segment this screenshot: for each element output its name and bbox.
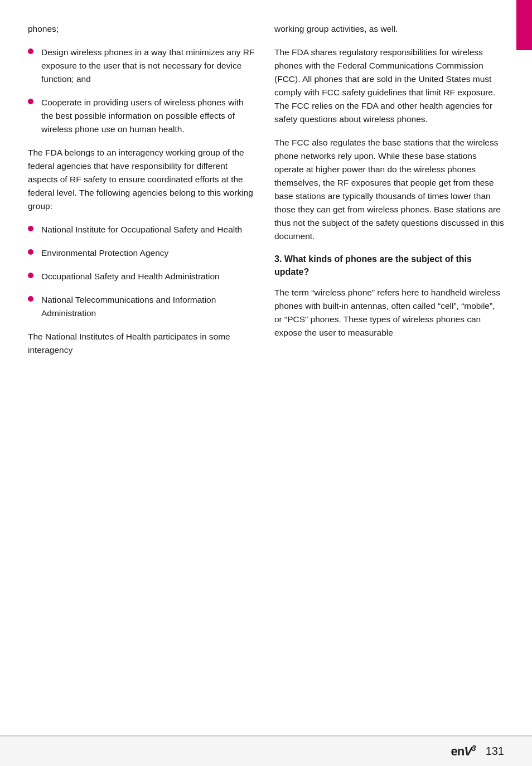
section-heading: 3. What kinds of phones are the subject …	[274, 253, 504, 278]
national-institutes-paragraph: The National Institutes of Health partic…	[28, 330, 258, 357]
page-number: 131	[486, 745, 504, 758]
bullet-dot-icon	[28, 273, 33, 278]
bullet-dot-icon	[28, 49, 33, 54]
footer-content: enV3 131	[451, 744, 504, 759]
right-column: working group activities, as well. The F…	[274, 22, 504, 357]
content-area: phones; Design wireless phones in a way …	[0, 0, 532, 379]
bullet-text: National Institute for Occupational Safe…	[41, 223, 258, 236]
bullet-text: Occupational Safety and Health Administr…	[41, 270, 258, 283]
fda-regulatory-paragraph: The FDA shares regulatory responsibiliti…	[274, 46, 504, 126]
bullet-text: Cooperate in providing users of wireless…	[41, 96, 258, 136]
list-item: Cooperate in providing users of wireless…	[28, 96, 258, 136]
list-item: National Telecommunications and Informat…	[28, 293, 258, 320]
phones-intro-text: phones;	[28, 22, 258, 36]
list-item: Environmental Protection Agency	[28, 246, 258, 260]
bullet-text: National Telecommunications and Informat…	[41, 293, 258, 320]
bullet-dot-icon	[28, 296, 33, 302]
footer-logo: enV3	[451, 744, 475, 759]
bullet-dot-icon	[28, 99, 33, 104]
page-container: phones; Design wireless phones in a way …	[0, 0, 532, 766]
first-bullet-list: Design wireless phones in a way that min…	[28, 46, 258, 136]
bullet-dot-icon	[28, 226, 33, 231]
bullet-text: Environmental Protection Agency	[41, 246, 258, 260]
list-item: Design wireless phones in a way that min…	[28, 46, 258, 86]
list-item: National Institute for Occupational Safe…	[28, 223, 258, 236]
page-footer: enV3 131	[0, 735, 532, 766]
agency-bullet-list: National Institute for Occupational Safe…	[28, 223, 258, 320]
bookmark-tab	[516, 0, 532, 50]
working-group-text: working group activities, as well.	[274, 22, 504, 36]
fcc-base-stations-paragraph: The FCC also regulates the base stations…	[274, 136, 504, 243]
logo-superscript: 3	[472, 744, 476, 753]
logo-en-text: en	[451, 744, 464, 758]
wireless-phone-paragraph: The term “wireless phone” refers here to…	[274, 286, 504, 340]
left-column: phones; Design wireless phones in a way …	[28, 22, 258, 357]
logo-v-text: V	[464, 744, 472, 758]
list-item: Occupational Safety and Health Administr…	[28, 270, 258, 283]
bullet-text: Design wireless phones in a way that min…	[41, 46, 258, 86]
fda-interagency-paragraph: The FDA belongs to an interagency workin…	[28, 146, 258, 213]
bullet-dot-icon	[28, 249, 33, 255]
